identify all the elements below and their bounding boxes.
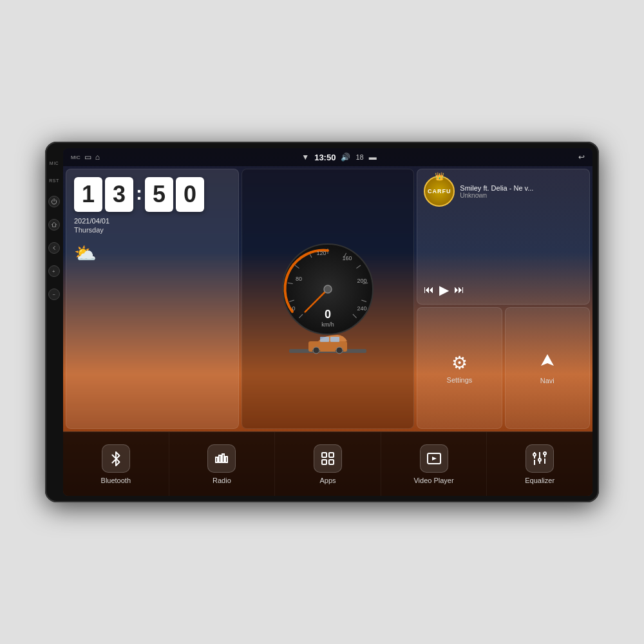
equalizer-icon-box xyxy=(526,444,554,473)
radio-icon xyxy=(214,451,229,466)
svg-text:+: + xyxy=(52,269,55,274)
svg-rect-37 xyxy=(225,457,227,462)
back-button[interactable] xyxy=(48,242,60,254)
svg-text:200: 200 xyxy=(357,278,366,284)
right-col: 👑 CARFU Smiley ft. Delia - Ne v... Unkno… xyxy=(417,169,590,429)
navbar-home-icon[interactable]: ⌂ xyxy=(95,153,100,162)
vol-up-button[interactable]: + xyxy=(48,265,60,277)
svg-text:160: 160 xyxy=(342,255,352,261)
mic-label: MIC xyxy=(50,161,59,166)
svg-rect-38 xyxy=(322,453,327,457)
svg-rect-41 xyxy=(329,460,334,464)
bottom-bar: Bluetooth Radio xyxy=(63,431,592,496)
svg-point-50 xyxy=(544,452,546,455)
apps-label: Apps xyxy=(319,477,336,484)
status-center: ▼ 13:50 🔊 18 ▬ xyxy=(301,153,376,162)
status-time: 13:50 xyxy=(314,153,336,162)
bluetooth-item[interactable]: Bluetooth xyxy=(63,432,169,496)
settings-widget[interactable]: ⚙ Settings xyxy=(417,307,502,429)
status-left: MIC ▭ ⌂ xyxy=(71,153,100,162)
svg-rect-34 xyxy=(216,457,218,462)
wifi-icon: ▼ xyxy=(301,153,309,162)
svg-rect-31 xyxy=(330,337,339,342)
svg-point-32 xyxy=(313,347,319,354)
device: MIC RST + − MIC ▭ ⌂ xyxy=(45,142,599,502)
status-bar: MIC ▭ ⌂ ▼ 13:50 🔊 18 ▬ ↩ xyxy=(63,148,592,166)
minute-ones: 0 xyxy=(176,177,204,212)
side-buttons: MIC RST + − xyxy=(45,142,63,502)
svg-text:120: 120 xyxy=(316,250,326,256)
svg-text:240: 240 xyxy=(357,305,366,312)
settings-navi-row: ⚙ Settings Navi xyxy=(417,307,590,429)
play-button[interactable]: ▶ xyxy=(439,282,449,298)
svg-point-33 xyxy=(336,347,343,354)
svg-text:0: 0 xyxy=(292,305,295,312)
flip-clock: 1 3 : 5 0 xyxy=(74,177,204,212)
bluetooth-icon xyxy=(108,451,124,466)
car-illustration xyxy=(289,331,366,357)
svg-text:km/h: km/h xyxy=(321,321,334,328)
screen: MIC ▭ ⌂ ▼ 13:50 🔊 18 ▬ ↩ xyxy=(63,148,592,496)
radio-item[interactable]: Radio xyxy=(169,432,276,496)
music-info: Smiley ft. Delia - Ne v... Unknown xyxy=(460,184,583,199)
svg-text:−: − xyxy=(53,292,56,298)
navi-label: Navi xyxy=(540,377,554,384)
navbar-recent-icon[interactable]: ▭ xyxy=(84,153,91,162)
clock-widget[interactable]: 1 3 : 5 0 2021/04/01 Thursday ⛅ xyxy=(66,169,239,429)
video-player-label: Video Player xyxy=(413,477,453,484)
speedo-svg: 0 80 120 160 200 240 0 km/h xyxy=(279,241,376,337)
battery-icon: ▬ xyxy=(369,153,377,162)
music-controls: ⏮ ▶ ⏭ xyxy=(424,282,583,298)
video-player-icon xyxy=(426,451,442,466)
apps-icon-box xyxy=(314,444,342,473)
svg-point-44 xyxy=(533,453,536,456)
equalizer-label: Equalizer xyxy=(525,477,554,484)
power-button[interactable] xyxy=(48,196,60,207)
next-button[interactable]: ⏭ xyxy=(454,284,464,296)
crown-icon: 👑 xyxy=(435,172,444,181)
rst-label: RST xyxy=(49,178,59,183)
main-content: 1 3 : 5 0 2021/04/01 Thursday ⛅ xyxy=(63,166,592,431)
mic-indicator: MIC xyxy=(71,155,80,160)
bluetooth-label: Bluetooth xyxy=(101,477,131,484)
settings-icon: ⚙ xyxy=(451,352,468,374)
time-colon: : xyxy=(136,177,142,212)
album-art: 👑 CARFU xyxy=(424,176,455,207)
radio-label: Radio xyxy=(213,477,231,484)
apps-icon xyxy=(320,451,336,466)
speedo-canvas: 0 80 120 160 200 240 0 km/h xyxy=(242,169,414,428)
status-right: ↩ xyxy=(578,153,585,162)
home-button[interactable] xyxy=(48,219,60,231)
settings-label: Settings xyxy=(447,376,473,384)
svg-rect-39 xyxy=(329,453,334,457)
equalizer-icon xyxy=(532,451,547,466)
svg-rect-35 xyxy=(219,455,221,462)
radio-icon-box xyxy=(207,444,236,473)
svg-rect-36 xyxy=(222,454,224,462)
bluetooth-icon-box xyxy=(102,444,130,473)
video-player-item[interactable]: Video Player xyxy=(381,432,488,496)
minute-tens: 5 xyxy=(145,177,173,212)
back-nav-icon[interactable]: ↩ xyxy=(578,153,585,162)
svg-point-21 xyxy=(324,285,332,293)
apps-item[interactable]: Apps xyxy=(275,432,381,496)
svg-point-47 xyxy=(538,459,541,461)
music-artist: Unknown xyxy=(460,192,583,199)
clock-day: Thursday xyxy=(74,226,104,234)
speedometer-widget[interactable]: 0 80 120 160 200 240 0 km/h xyxy=(242,169,415,429)
svg-text:0: 0 xyxy=(325,308,331,321)
music-title: Smiley ft. Delia - Ne v... xyxy=(460,184,583,192)
vol-down-button[interactable]: − xyxy=(48,289,60,300)
prev-button[interactable]: ⏮ xyxy=(424,284,434,296)
music-widget[interactable]: 👑 CARFU Smiley ft. Delia - Ne v... Unkno… xyxy=(417,169,590,305)
clock-date: 2021/04/01 xyxy=(74,217,109,225)
weather-icon: ⛅ xyxy=(74,243,97,264)
hour-ones: 3 xyxy=(105,177,133,212)
equalizer-item[interactable]: Equalizer xyxy=(487,432,592,496)
carfu-logo: CARFU xyxy=(428,188,451,194)
navi-widget[interactable]: Navi xyxy=(505,307,590,429)
svg-rect-40 xyxy=(322,460,327,464)
volume-level: 18 xyxy=(355,153,363,161)
svg-rect-30 xyxy=(320,337,329,342)
hour-tens: 1 xyxy=(74,177,102,212)
